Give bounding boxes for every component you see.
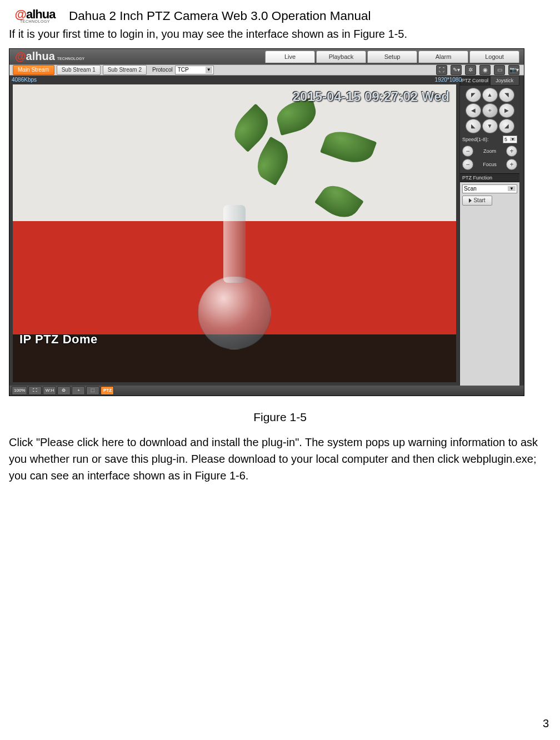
tab-label: PTZ Control — [461, 78, 488, 83]
region-icon: ⬚ — [91, 388, 95, 393]
sidebar-tabs: PTZ Control Joystick — [460, 76, 519, 86]
nav-tab-logout[interactable]: Logout — [469, 51, 519, 63]
start-label: Start — [473, 197, 485, 203]
intro-text-b: . — [404, 28, 407, 40]
speed-select[interactable]: 5 ▼ — [503, 136, 517, 143]
protocol-value: TCP — [178, 67, 189, 73]
nav-tab-alarm[interactable]: Alarm — [418, 51, 468, 63]
zoom-out-button[interactable]: − — [462, 146, 473, 157]
play-icon — [469, 198, 472, 203]
arrow-icon: ◀ — [471, 107, 476, 113]
sidebar-filler — [460, 208, 519, 386]
ptz-down-right-button[interactable]: ◢ — [499, 119, 514, 133]
btn-label: Sub Stream 2 — [108, 67, 142, 73]
protocol-select[interactable]: TCP ▼ — [175, 66, 214, 74]
ptz-function-header: PTZ Function — [460, 173, 519, 182]
logo-mark: @alhua — [15, 9, 56, 19]
nav-tab-live[interactable]: Live — [265, 51, 315, 63]
ptz-center-button[interactable]: ⌖ — [482, 103, 498, 118]
doc-title: Dahua 2 Inch PTZ Camera Web 3.0 Operatio… — [69, 9, 371, 23]
protocol-label: Protocol — [152, 67, 173, 73]
doc-header: @alhua TECHNOLOGY Dahua 2 Inch PTZ Camer… — [9, 7, 551, 26]
page-number: 3 — [543, 717, 549, 730]
fullscreen-icon: ⛶ — [33, 388, 37, 393]
aspect-button[interactable]: W:H — [43, 386, 56, 395]
function-value: Scan — [464, 186, 477, 192]
btn-label: PTZ — [103, 388, 112, 393]
app-header: @alhua TECHNOLOGY Live Playback Setup Al… — [9, 49, 524, 64]
btn-label: Sub Stream 1 — [62, 67, 96, 73]
osd-watermark: IP PTZ Dome — [19, 332, 98, 347]
region-button[interactable]: ⬚ — [86, 386, 99, 395]
btn-label: Main Stream — [18, 67, 49, 73]
tab-label: Setup — [384, 53, 401, 60]
arrow-icon: ▶ — [504, 107, 509, 113]
start-button[interactable]: Start — [462, 196, 492, 206]
function-select[interactable]: Scan ▼ — [462, 184, 517, 193]
fullscreen-button[interactable]: ⛶ — [28, 386, 42, 395]
sub-stream-2-button[interactable]: Sub Stream 2 — [103, 65, 147, 75]
target-icon: ⌖ — [488, 107, 492, 114]
tab-ptz-control[interactable]: PTZ Control — [460, 76, 490, 86]
video-feed[interactable]: 2015-04-15 09:27:02 Wed IP PTZ Dome — [13, 84, 456, 382]
dahua-logo: @alhua TECHNOLOGY — [9, 7, 61, 26]
tab-label: Logout — [485, 53, 504, 60]
ptz-up-button[interactable]: ▲ — [482, 88, 498, 102]
figure-caption: Figure 1-5 — [9, 411, 551, 424]
app-logo-sub: TECHNOLOGY — [57, 57, 84, 61]
tab-joystick[interactable]: Joystick — [490, 76, 520, 86]
focus-control: − Focus + — [462, 159, 517, 170]
arrow-icon: ▼ — [487, 123, 493, 129]
arrow-icon: ◤ — [471, 92, 476, 98]
focus-label: Focus — [483, 162, 497, 167]
zoom-control: − Zoom + — [462, 146, 517, 157]
ptz-left-button[interactable]: ◀ — [466, 103, 481, 118]
focus-out-button[interactable]: − — [462, 159, 473, 170]
direction-pad: ◤ ▲ ◥ ◀ ⌖ ▶ ◣ ▼ ◢ — [462, 88, 517, 133]
settings-icon[interactable]: ✲ — [465, 65, 476, 75]
nav-tab-playback[interactable]: Playback — [316, 51, 366, 63]
tab-label: Playback — [329, 53, 354, 60]
zoom-in-button[interactable]: + — [506, 146, 517, 157]
bitrate-label: 4086Kbps — [12, 77, 37, 83]
logo-subtext: TECHNOLOGY — [20, 19, 50, 23]
speed-label: Speed(1-8): — [462, 137, 489, 142]
ptz-up-left-button[interactable]: ◤ — [466, 88, 481, 102]
brush-icon[interactable]: ✎▾ — [451, 65, 462, 75]
tab-label: Alarm — [436, 53, 452, 60]
arrow-icon: ◣ — [471, 123, 476, 129]
body-paragraph: Click "Please click here to download and… — [9, 434, 551, 484]
osd-timestamp: 2015-04-15 09:27:02 Wed — [293, 89, 449, 104]
fit-icon[interactable]: ⛶ — [436, 65, 447, 75]
sub-stream-1-button[interactable]: Sub Stream 1 — [57, 65, 101, 75]
tab-label: Joystick — [496, 78, 513, 83]
arrow-icon: ▲ — [487, 92, 493, 98]
video-subject-vase — [190, 227, 279, 349]
main-stream-button[interactable]: Main Stream — [13, 65, 54, 75]
nav-tab-setup[interactable]: Setup — [367, 51, 417, 63]
chevron-down-icon: ▼ — [508, 186, 516, 191]
arrow-icon: ◥ — [504, 92, 509, 98]
camera-icon[interactable]: 📷▾ — [508, 65, 519, 75]
focus-in-button[interactable]: + — [506, 159, 517, 170]
screenshot: @alhua TECHNOLOGY Live Playback Setup Al… — [9, 48, 524, 396]
ptz-up-right-button[interactable]: ◥ — [499, 88, 514, 102]
ptz-down-left-button[interactable]: ◣ — [466, 119, 481, 133]
speed-value: 5 — [504, 137, 507, 142]
arrow-icon: ◢ — [504, 123, 509, 129]
zoom-plus-button[interactable]: + — [72, 386, 85, 395]
ptz-pad: ◤ ▲ ◥ ◀ ⌖ ▶ ◣ ▼ ◢ Speed(1-8): 5 — [460, 86, 519, 173]
layout-icon: ⯐ — [62, 388, 66, 393]
speed-control: Speed(1-8): 5 ▼ — [462, 136, 517, 143]
intro-paragraph: If it is your first time to login in, yo… — [9, 27, 551, 42]
app-body: 4086Kbps 1920*1080 2015-04-15 09:27:02 W… — [9, 76, 524, 386]
zoom-100-button[interactable]: 100% — [12, 386, 27, 395]
ptz-toggle-button[interactable]: PTZ — [101, 386, 114, 395]
ptz-down-button[interactable]: ▼ — [482, 119, 498, 133]
snapshot-icon[interactable]: ▭ — [494, 65, 505, 75]
record-icon[interactable]: ◉ — [479, 65, 491, 75]
ptz-right-button[interactable]: ▶ — [499, 103, 514, 118]
layout-button[interactable]: ⯐ — [57, 386, 71, 395]
page: @alhua TECHNOLOGY Dahua 2 Inch PTZ Camer… — [0, 0, 560, 740]
chevron-down-icon: ▼ — [206, 67, 212, 73]
